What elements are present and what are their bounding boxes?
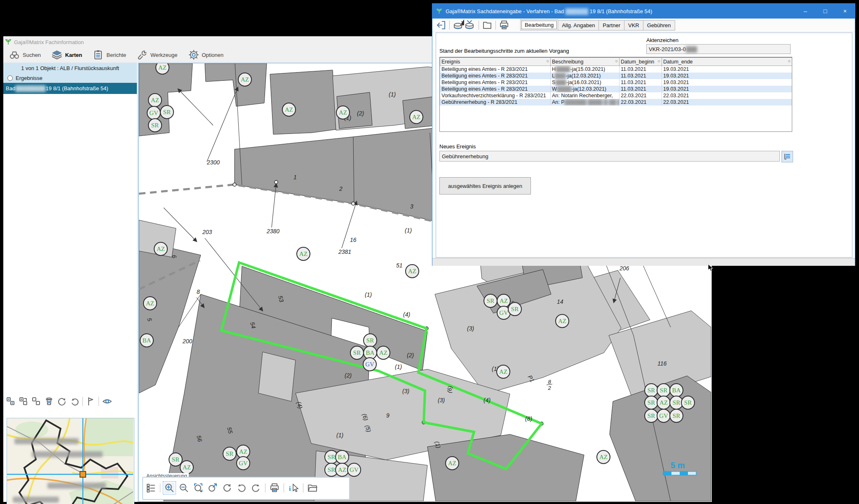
column-header[interactable]: Beschreibung○ [551, 58, 620, 66]
parcel-marker-az[interactable]: AZ [657, 396, 670, 409]
event-row[interactable]: Beteiligung eines Amtes - R 283/2021S███… [440, 79, 792, 86]
parcel-marker-az[interactable]: AZ [282, 103, 296, 116]
exit-icon[interactable] [436, 20, 446, 30]
parcel-marker-az[interactable]: AZ [410, 110, 423, 124]
flag-icon[interactable] [86, 396, 96, 406]
event-row[interactable]: Gebührenerhebung - R 283/2021An: P██████… [440, 99, 792, 105]
parcel-marker-sr[interactable]: SR [350, 346, 364, 359]
undo-view-icon[interactable] [236, 483, 247, 493]
parcel-marker-az[interactable]: AZ [406, 265, 419, 278]
optionen-button[interactable]: Optionen [184, 48, 228, 61]
parcel-marker-sr[interactable]: SR [223, 447, 236, 460]
parcel-marker-az[interactable]: AZ [497, 365, 510, 378]
events-table[interactable]: Ereignis○Beschreibung○Datum_beginn○Datum… [440, 57, 792, 105]
eye-icon[interactable] [102, 396, 113, 406]
parcel-marker-sr[interactable]: SR [484, 294, 497, 307]
parcel-marker-az[interactable]: AZ [336, 106, 350, 119]
parcel-marker-gv[interactable]: GV [363, 358, 376, 371]
dialog-titlebar[interactable]: Gaja®Matrix Sachdateneingabe - Verfahren… [432, 4, 855, 19]
parcel-marker-az[interactable]: AZ [154, 242, 167, 256]
column-header[interactable]: Datum_ende○ [662, 58, 792, 66]
parcel-marker-az[interactable]: AZ [556, 314, 569, 328]
print-map-icon[interactable] [269, 483, 280, 493]
parcel-marker-gv[interactable]: GV [347, 463, 361, 476]
parcel-marker-az[interactable]: AZ [497, 294, 510, 307]
parcel-marker-gv[interactable]: GV [147, 106, 160, 120]
db-save-icon[interactable] [464, 19, 476, 31]
radio-icon[interactable] [7, 75, 13, 81]
ereignis-anlegen-button[interactable]: ausgewähltes Ereignis anlegen [439, 177, 531, 195]
redo-view-icon[interactable] [251, 483, 261, 493]
parcel-marker-az[interactable]: AZ [148, 94, 162, 107]
parcel-marker-az[interactable]: AZ [597, 450, 610, 464]
parcel-marker-sr[interactable]: SR [670, 409, 683, 422]
berichte-button[interactable]: Berichte [89, 48, 130, 61]
parcel-marker-sr[interactable]: SR [657, 384, 670, 397]
parcel-marker-gv[interactable]: GV [237, 457, 250, 470]
db-load-icon[interactable] [453, 19, 464, 31]
parcel-marker-sr[interactable]: SR [508, 302, 521, 316]
select-add-icon[interactable] [6, 396, 16, 406]
parcel-marker-gv[interactable]: GV [657, 409, 670, 422]
tab-allg-angaben[interactable]: Allg. Angaben [558, 20, 599, 30]
clear-selection-icon[interactable] [44, 396, 54, 406]
filter-circle-icon[interactable]: ○ [615, 59, 618, 63]
event-row[interactable]: Beteiligung eines Amtes - R 283/2021W███… [440, 86, 792, 92]
parcel-marker-az[interactable]: AZ [336, 463, 349, 476]
filter-circle-icon[interactable]: ○ [657, 59, 660, 63]
filter-circle-icon[interactable]: ○ [788, 59, 791, 63]
overview-minimap[interactable] [7, 418, 134, 504]
aktenzeichen-field[interactable]: VKR-2021/03-0███ [646, 44, 791, 54]
parcel-marker-sr[interactable]: SR [364, 334, 377, 347]
column-header[interactable]: Datum_beginn○ [620, 58, 662, 66]
neues-ereignis-field[interactable]: Gebührenerhebung [439, 151, 780, 162]
refresh-icon[interactable] [57, 396, 67, 406]
parcel-marker-az[interactable]: AZ [156, 63, 169, 74]
parcel-marker-sr[interactable]: SR [169, 453, 182, 466]
parcel-marker-az[interactable]: AZ [297, 247, 310, 260]
ereignis-list-button[interactable] [782, 151, 793, 162]
parcel-marker-sr[interactable]: SR [148, 119, 162, 132]
tab-geb-hren[interactable]: Gebühren [643, 20, 675, 30]
parcel-marker-sr[interactable]: SR [160, 105, 174, 119]
print-icon[interactable] [499, 20, 509, 30]
maximize-button[interactable]: □ [815, 4, 835, 19]
info-select-icon[interactable]: i [288, 483, 299, 493]
parcel-marker-sr[interactable]: SR [645, 396, 658, 409]
ergebnisse-row[interactable]: Ergebnisse [3, 73, 137, 83]
folder-icon[interactable] [482, 20, 493, 30]
legend-list-icon[interactable] [146, 483, 156, 493]
parcel-marker-az[interactable]: AZ [238, 73, 251, 86]
event-row[interactable]: Beteiligung eines Amtes - R 283/2021L███… [440, 73, 792, 79]
zoom-extent-icon[interactable] [193, 483, 204, 493]
karten-button[interactable]: Karten [47, 48, 86, 61]
werkzeuge-button[interactable]: Werkzeuge [133, 48, 182, 61]
parcel-marker-sr[interactable]: SR [645, 384, 658, 397]
close-button[interactable]: × [835, 4, 855, 19]
event-row[interactable]: Vorkaufsrechtverzichtserklärung - R 283/… [440, 92, 792, 99]
parcel-marker-sr[interactable]: SR [645, 409, 658, 422]
tab-vkr[interactable]: VKR [624, 20, 643, 30]
parcel-marker-az[interactable]: AZ [143, 297, 157, 310]
refresh-view-icon[interactable] [222, 483, 232, 493]
open-folder-icon[interactable] [307, 483, 318, 493]
select-part-icon[interactable] [19, 396, 28, 406]
parcel-marker-az[interactable]: AZ [377, 346, 390, 359]
parcel-marker-sr[interactable]: SR [681, 396, 695, 409]
selected-result-item[interactable]: Bad ████████ 19 8/1 (Bahnhofstraße 54) [3, 83, 137, 94]
tab-bearbeitung[interactable]: Bearbeitung [520, 19, 558, 30]
select-empty-icon[interactable] [31, 396, 41, 406]
undo-icon[interactable] [70, 396, 80, 406]
parcel-marker-az[interactable]: AZ [446, 457, 459, 470]
parcel-marker-ba[interactable]: BA [670, 384, 683, 397]
zoom-dynamic-icon[interactable] [207, 483, 218, 493]
minimize-button[interactable]: – [796, 4, 815, 19]
zoom-in-icon[interactable] [164, 483, 175, 493]
events-table-header[interactable]: Ereignis○Beschreibung○Datum_beginn○Datum… [440, 58, 792, 66]
zoom-out-icon[interactable] [178, 483, 189, 493]
column-header[interactable]: Ereignis○ [440, 58, 551, 66]
parcel-marker-ba[interactable]: BA [140, 334, 153, 347]
filter-circle-icon[interactable]: ○ [546, 59, 549, 63]
suchen-button[interactable]: Suchen [5, 48, 45, 61]
event-row[interactable]: Beteiligung eines Amtes - R 283/2021H███… [440, 66, 792, 73]
